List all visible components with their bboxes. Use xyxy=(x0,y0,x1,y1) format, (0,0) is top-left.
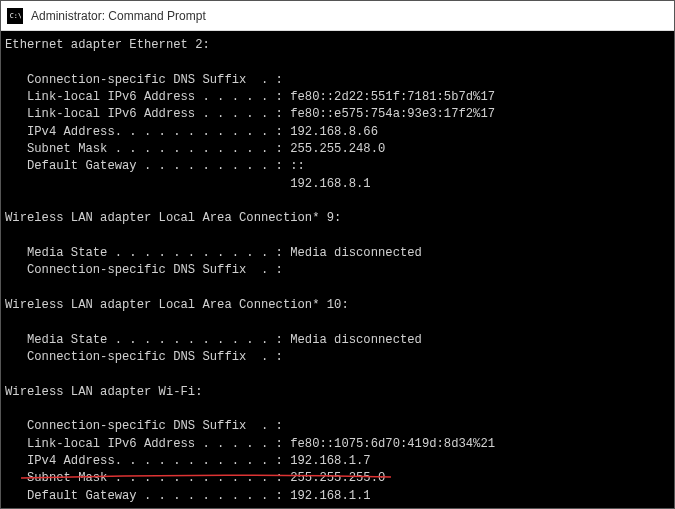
svg-text:C:\: C:\ xyxy=(10,12,21,20)
cmd-window: C:\ Administrator: Command Prompt Ethern… xyxy=(0,0,675,509)
ipv4-highlight-underline xyxy=(21,474,391,480)
titlebar[interactable]: C:\ Administrator: Command Prompt xyxy=(1,1,674,31)
cmd-icon: C:\ xyxy=(7,8,23,24)
window-title: Administrator: Command Prompt xyxy=(31,9,206,23)
terminal-output[interactable]: Ethernet adapter Ethernet 2: Connection-… xyxy=(1,31,674,508)
